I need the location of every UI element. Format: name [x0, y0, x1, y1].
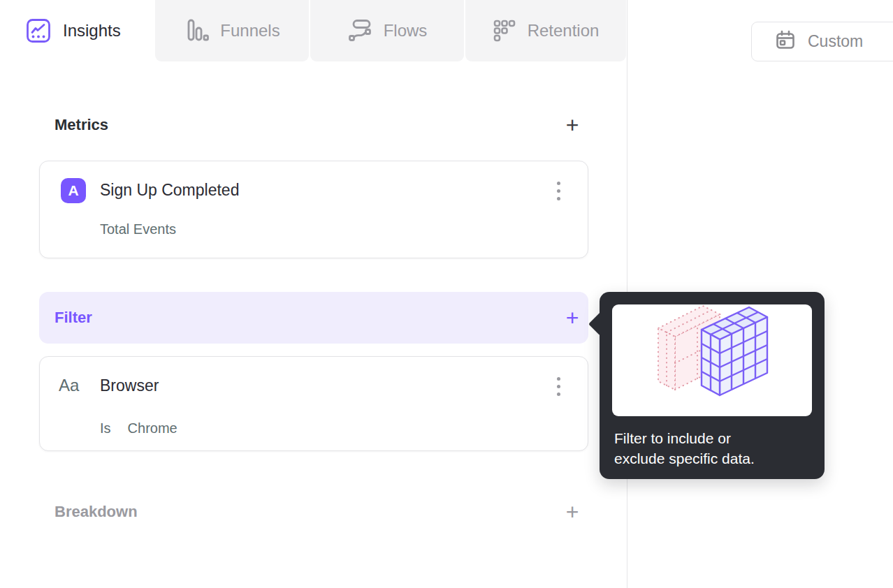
add-filter-button[interactable]: +: [560, 307, 584, 329]
metric-kebab-menu-icon[interactable]: [546, 178, 571, 203]
tab-funnels[interactable]: Funnels: [155, 0, 309, 61]
filter-card[interactable]: Aa Browser Is Chrome: [39, 356, 588, 451]
insights-icon: [25, 17, 52, 44]
tooltip-text-line2: exclude specific data.: [614, 448, 812, 469]
filter-heading: Filter: [55, 309, 92, 327]
tab-label: Flows: [384, 21, 428, 41]
insights-builder-page: Insights Funnels Flows: [0, 0, 893, 588]
metrics-section-header: Metrics +: [39, 113, 588, 137]
filter-property-name[interactable]: Browser: [100, 376, 159, 395]
add-metric-button[interactable]: +: [560, 114, 584, 136]
filter-section-row[interactable]: Filter +: [39, 292, 588, 344]
filter-operator[interactable]: Is: [100, 420, 111, 436]
metric-measurement[interactable]: Total Events: [100, 221, 176, 237]
tab-label: Funnels: [220, 21, 279, 41]
filter-tooltip: Filter to include or exclude specific da…: [600, 292, 825, 479]
metrics-heading: Metrics: [55, 116, 108, 134]
tab-retention[interactable]: Retention: [465, 0, 626, 61]
filter-kebab-menu-icon[interactable]: [546, 374, 571, 399]
tooltip-text-line1: Filter to include or: [614, 428, 812, 448]
funnels-icon: [184, 17, 209, 44]
tab-insights[interactable]: Insights: [0, 0, 154, 61]
custom-button-label: Custom: [808, 32, 863, 51]
custom-date-range-button[interactable]: Custom: [751, 22, 893, 61]
breakdown-section-header: Breakdown +: [39, 500, 588, 524]
series-a-badge: A: [61, 178, 86, 203]
calendar-icon: [774, 29, 797, 55]
add-breakdown-button[interactable]: +: [560, 501, 584, 523]
tab-flows[interactable]: Flows: [310, 0, 464, 61]
metric-card[interactable]: A Sign Up Completed Total Events: [39, 161, 588, 258]
flows-icon: [347, 18, 372, 43]
filter-cube-illustration: [612, 304, 812, 416]
tooltip-arrow: [588, 312, 612, 336]
metric-event-name[interactable]: Sign Up Completed: [100, 181, 239, 200]
tab-label: Insights: [63, 21, 121, 41]
string-property-type-icon: Aa: [59, 376, 79, 395]
filter-value[interactable]: Chrome: [128, 420, 177, 436]
tab-label: Retention: [528, 21, 600, 41]
breakdown-heading: Breakdown: [55, 503, 138, 521]
retention-icon: [493, 19, 516, 43]
